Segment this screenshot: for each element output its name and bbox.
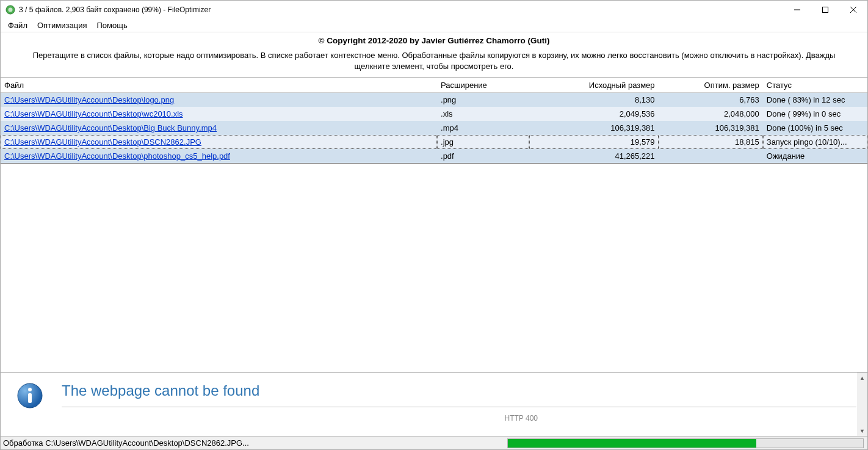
cell-opt: 106,319,381: [659, 121, 763, 135]
cell-file[interactable]: C:\Users\WDAGUtilityAccount\Desktop\wc20…: [1, 107, 437, 121]
cell-orig: 106,319,381: [529, 121, 658, 135]
cell-status: Done ( 83%) in 12 sec: [763, 93, 867, 107]
cell-file[interactable]: C:\Users\WDAGUtilityAccount\Desktop\phot…: [1, 149, 437, 163]
file-link[interactable]: C:\Users\WDAGUtilityAccount\Desktop\wc20…: [4, 109, 183, 118]
status-text: Обработка C:\Users\WDAGUtilityAccount\De…: [1, 438, 504, 448]
cell-status: Done ( 99%) in 0 sec: [763, 107, 867, 121]
svg-point-7: [28, 388, 32, 391]
cell-file[interactable]: C:\Users\WDAGUtilityAccount\Desktop\Big …: [1, 121, 437, 135]
col-status[interactable]: Статус: [763, 78, 867, 93]
cell-orig: 8,130: [529, 93, 658, 107]
cell-ext: .xls: [437, 107, 529, 121]
cell-opt: 18,815: [659, 135, 763, 149]
col-ext[interactable]: Расширение: [437, 78, 529, 93]
app-icon: [5, 5, 15, 15]
cell-orig: 19,579: [529, 135, 658, 149]
file-table[interactable]: Файл Расширение Исходный размер Оптим. р…: [1, 78, 867, 163]
table-row[interactable]: C:\Users\WDAGUtilityAccount\Desktop\DSCN…: [1, 135, 867, 149]
web-panel: The webpage cannot be found HTTP 400 ▲ ▼: [1, 372, 867, 436]
cell-ext: .png: [437, 93, 529, 107]
cell-status: Ожидание: [763, 149, 867, 163]
maximize-button[interactable]: [811, 1, 839, 19]
file-link[interactable]: C:\Users\WDAGUtilityAccount\Desktop\DSCN…: [4, 137, 201, 147]
table-header-row: Файл Расширение Исходный размер Оптим. р…: [1, 78, 867, 93]
titlebar: 3 / 5 файлов. 2,903 байт сохранено (99%)…: [1, 1, 867, 19]
col-orig[interactable]: Исходный размер: [529, 78, 658, 93]
close-button[interactable]: [839, 1, 867, 19]
menu-file[interactable]: Файл: [3, 20, 32, 31]
copyright-text: © Copyright 2012-2020 by Javier Gutiérre…: [1, 32, 867, 46]
col-opt[interactable]: Оптим. размер: [659, 78, 763, 93]
file-link[interactable]: C:\Users\WDAGUtilityAccount\Desktop\logo…: [4, 95, 174, 104]
instructions-text: Перетащите в список файлы, которые надо …: [1, 46, 867, 78]
scroll-down-icon[interactable]: ▼: [857, 426, 867, 436]
menubar: Файл Оптимизация Помощь: [1, 19, 867, 32]
cell-opt: 6,763: [659, 93, 763, 107]
minimize-button[interactable]: [783, 1, 811, 19]
table-row[interactable]: C:\Users\WDAGUtilityAccount\Desktop\phot…: [1, 149, 867, 163]
cell-opt: [659, 149, 763, 163]
table-row[interactable]: C:\Users\WDAGUtilityAccount\Desktop\logo…: [1, 93, 867, 107]
cell-orig: 2,049,536: [529, 107, 658, 121]
info-icon: [16, 382, 43, 409]
cell-ext: .mp4: [437, 121, 529, 135]
cell-opt: 2,048,000: [659, 107, 763, 121]
web-error-title: The webpage cannot be found: [62, 382, 856, 399]
cell-file[interactable]: C:\Users\WDAGUtilityAccount\Desktop\logo…: [1, 93, 437, 107]
progress-fill: [508, 439, 757, 448]
svg-rect-8: [28, 393, 32, 403]
table-empty-area: [1, 164, 867, 372]
cell-ext: .jpg: [437, 135, 529, 149]
svg-point-1: [9, 8, 13, 12]
app-window: 3 / 5 файлов. 2,903 байт сохранено (99%)…: [0, 0, 868, 450]
cell-ext: .pdf: [437, 149, 529, 163]
file-table-wrap: Файл Расширение Исходный размер Оптим. р…: [1, 78, 867, 164]
menu-help[interactable]: Помощь: [92, 20, 132, 31]
table-row[interactable]: C:\Users\WDAGUtilityAccount\Desktop\Big …: [1, 121, 867, 135]
svg-rect-3: [823, 7, 828, 13]
col-file[interactable]: Файл: [1, 78, 437, 93]
scroll-up-icon[interactable]: ▲: [857, 372, 867, 383]
web-error-code: HTTP 400: [505, 414, 538, 423]
progress-bar: [507, 438, 864, 448]
cell-file[interactable]: C:\Users\WDAGUtilityAccount\Desktop\DSCN…: [1, 135, 437, 149]
table-row[interactable]: C:\Users\WDAGUtilityAccount\Desktop\wc20…: [1, 107, 867, 121]
cell-orig: 41,265,221: [529, 149, 658, 163]
statusbar: Обработка C:\Users\WDAGUtilityAccount\De…: [1, 436, 867, 449]
file-link[interactable]: C:\Users\WDAGUtilityAccount\Desktop\Big …: [4, 123, 217, 132]
cell-status: Done (100%) in 5 sec: [763, 121, 867, 135]
web-divider: [62, 407, 856, 407]
cell-status: Запуск pingo (10/10)...: [763, 135, 867, 149]
window-title: 3 / 5 файлов. 2,903 байт сохранено (99%)…: [19, 5, 783, 14]
web-scrollbar[interactable]: ▲ ▼: [857, 372, 867, 436]
menu-optimize[interactable]: Оптимизация: [32, 20, 92, 31]
file-link[interactable]: C:\Users\WDAGUtilityAccount\Desktop\phot…: [4, 151, 230, 161]
